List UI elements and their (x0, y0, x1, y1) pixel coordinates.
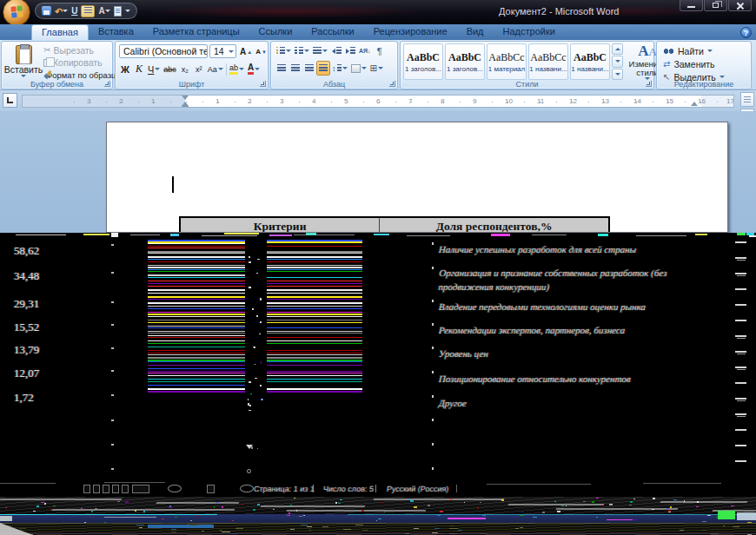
left-indent-marker[interactable] (182, 106, 189, 108)
document-table[interactable]: Критерии Доля респондентов,% (179, 216, 610, 233)
font-size-combo[interactable]: 14 (209, 44, 236, 58)
paste-button[interactable]: Вставить (5, 43, 42, 80)
tab-recenzirovanie[interactable]: Рецензирование (364, 24, 457, 40)
new-document-icon[interactable] (114, 5, 122, 17)
multilevel-list-button[interactable] (311, 43, 329, 58)
tab-vstavka[interactable]: Вставка (89, 24, 143, 40)
ruler-toggle-button[interactable] (740, 92, 754, 107)
ghost-statusbar-icon (122, 485, 129, 493)
glitch-fragment (0, 523, 756, 524)
glitch-fragment (267, 302, 362, 304)
dialog-launcher-icon[interactable] (646, 81, 652, 87)
shading-button[interactable] (349, 61, 368, 76)
sort-button[interactable]: АЯ↓ (357, 43, 373, 58)
borders-button[interactable]: ⊞ (368, 61, 385, 76)
document-page[interactable]: Критерии Доля респондентов,% (106, 122, 728, 233)
line-spacing-button[interactable]: ↕ (330, 61, 349, 76)
glitch-fragment (222, 532, 230, 532)
save-icon[interactable] (42, 5, 51, 17)
font-family-combo[interactable]: Calibri (Основной те (119, 44, 208, 58)
dialog-launcher-icon[interactable] (389, 81, 395, 87)
titlebar-glitch-smear (148, 4, 426, 18)
dialog-launcher-icon[interactable] (260, 81, 266, 87)
copy-icon (43, 59, 50, 67)
superscript-button[interactable]: x² (192, 62, 206, 76)
ruler-number: 11 (537, 97, 544, 105)
find-button[interactable]: Найти (657, 44, 751, 57)
style-card[interactable]: AaBbC1 названи... (570, 43, 610, 80)
tab-glavnaya[interactable]: Главная (31, 24, 89, 40)
font-color-button[interactable]: А (246, 62, 262, 76)
glitch-fragment (701, 530, 707, 531)
chevron-down-icon (155, 68, 160, 70)
justify-button[interactable] (316, 61, 330, 76)
glitch-fragment (111, 324, 114, 326)
strikethrough-button[interactable]: abc (162, 62, 178, 76)
copy-button[interactable]: Копировать (43, 56, 111, 69)
outline-view-icon[interactable] (81, 5, 95, 17)
tab-ssylki[interactable]: Ссылки (249, 24, 302, 40)
bold-button[interactable]: Ж (118, 62, 132, 76)
table-header-criteria[interactable]: Критерии (181, 218, 380, 233)
subscript-button[interactable]: x₂ (178, 62, 192, 76)
dialog-launcher-icon[interactable] (104, 81, 110, 87)
glitch-fragment (434, 528, 439, 529)
format-painter-button[interactable]: Формат по образцу (43, 69, 111, 81)
highlight-button[interactable]: ab (228, 62, 246, 76)
first-line-indent-marker[interactable] (182, 96, 189, 100)
style-card[interactable]: AaBbCc1 материал (487, 43, 527, 80)
restore-button[interactable] (704, 0, 727, 11)
cut-button[interactable]: ✂Вырезать (43, 44, 111, 56)
replace-button[interactable]: ⇄Заменить (657, 57, 751, 70)
horizontal-ruler[interactable]: 3211234567891011121314151617 (22, 95, 734, 108)
underline-icon[interactable]: U (71, 5, 77, 17)
increase-indent-button[interactable] (343, 43, 357, 58)
binoculars-icon (663, 48, 674, 55)
shrink-font-button[interactable]: А▼ (254, 44, 269, 59)
glitch-fragment (33, 511, 36, 512)
tab-stop-selector[interactable] (3, 93, 17, 108)
glitch-fragment (267, 102, 268, 102)
minimize-button[interactable] (680, 0, 703, 11)
glitch-fragment (432, 395, 434, 398)
glitch-fragment (148, 354, 245, 355)
grow-font-button[interactable]: А▲ (238, 44, 254, 59)
help-icon[interactable]: ? (740, 27, 752, 38)
change-case-button[interactable]: Aa (206, 62, 225, 76)
align-center-button[interactable] (288, 61, 302, 76)
font-color-icon[interactable]: A (98, 5, 109, 17)
decrease-indent-button[interactable] (329, 43, 343, 58)
style-card[interactable]: AaBbCc1 названи... (528, 43, 568, 80)
tab-nadstroyki[interactable]: Надстройки (494, 24, 565, 40)
glitch-value: 15,52 (14, 320, 75, 334)
underline-button[interactable]: Ч (146, 62, 162, 76)
italic-button[interactable]: К (132, 62, 146, 76)
customize-qat-icon[interactable] (125, 5, 130, 17)
tab-rassylki[interactable]: Рассылки (302, 24, 363, 40)
style-card[interactable]: AaBbC1 заголов... (403, 43, 443, 80)
align-left-button[interactable] (275, 61, 288, 76)
table-header-share[interactable]: Доля респондентов,% (380, 218, 608, 233)
glitch-fragment (343, 529, 351, 530)
title-bar: ↶ U A Документ2 - Microsoft Word (0, 0, 756, 24)
show-marks-button[interactable]: ¶ (373, 43, 387, 58)
right-indent-marker[interactable] (691, 102, 698, 106)
glitch-fragment (267, 312, 362, 313)
styles-gallery-expand[interactable] (612, 69, 623, 80)
glitch-fragment (735, 445, 746, 446)
tab-vid[interactable]: Вид (457, 24, 494, 40)
glitch-fragment (148, 312, 245, 313)
tab-razmetka[interactable]: Разметка страницы (143, 24, 249, 40)
numbering-button[interactable] (293, 43, 311, 58)
bullets-button[interactable] (275, 43, 293, 58)
styles-scroll-up[interactable] (612, 43, 623, 55)
close-button[interactable] (728, 0, 752, 11)
styles-scroll-down[interactable] (612, 56, 623, 67)
glitch-fragment (540, 102, 540, 102)
align-right-button[interactable] (302, 61, 316, 76)
glitch-fragment (148, 381, 245, 382)
undo-icon[interactable]: ↶ (55, 5, 68, 17)
style-card[interactable]: AaBbC1 заголов... (445, 43, 485, 80)
ruler-row: 3211234567891011121314151617 (0, 90, 756, 111)
glitch-fragment (111, 244, 114, 246)
